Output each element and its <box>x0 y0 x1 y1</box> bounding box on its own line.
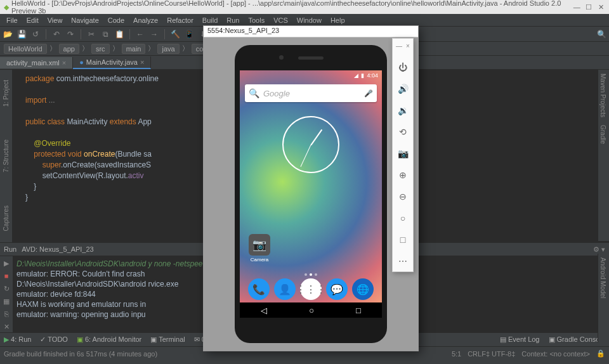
back-key[interactable]: ◁ <box>261 306 267 315</box>
tool-gradle[interactable]: Gradle <box>598 121 608 148</box>
circle-icon[interactable]: ○ <box>396 212 409 224</box>
camera-icon[interactable]: 📷 <box>396 147 409 160</box>
right-tool-gutter-2: Android Model <box>598 254 609 342</box>
apps-drawer-icon[interactable]: ⋮⋮⋮ <box>300 278 322 300</box>
emulator-toolbar: —× ⏻ 🔊 🔉 ⟲ 📷 ⊕ ⊖ ○ □ ⋯ <box>392 38 414 272</box>
crumb-main[interactable]: main <box>122 44 146 54</box>
browser-app-icon[interactable]: 🌐 <box>352 278 374 300</box>
menu-refactor[interactable]: Refactor <box>163 15 197 25</box>
tab-todo[interactable]: ✓ TODO <box>40 335 67 344</box>
forward-icon[interactable]: → <box>149 29 159 39</box>
mic-icon[interactable]: 🎤 <box>364 89 373 98</box>
search-icon[interactable]: 🔍 <box>596 29 606 39</box>
rerun-icon[interactable]: ▶ <box>2 259 11 268</box>
sync-icon[interactable]: ↺ <box>30 29 41 39</box>
tab-monitor[interactable]: ▣ 6: Android Monitor <box>77 335 141 344</box>
volume-down-icon[interactable]: 🔉 <box>396 104 409 117</box>
tab-eventlog[interactable]: ▤ Event Log <box>500 335 540 344</box>
stop-run-icon[interactable]: ■ <box>2 271 11 280</box>
paste-icon[interactable]: 📋 <box>114 29 124 39</box>
tab-run[interactable]: ▶ 4: Run <box>4 335 31 344</box>
avd-icon[interactable]: 📱 <box>184 29 194 39</box>
close-run-icon[interactable]: ✕ <box>2 322 11 331</box>
restart-icon[interactable]: ↻ <box>2 284 11 293</box>
menu-window[interactable]: Window <box>293 15 325 25</box>
front-camera-icon <box>279 55 284 60</box>
undo-icon[interactable]: ↶ <box>51 29 62 39</box>
cut-icon[interactable]: ✂ <box>86 29 96 39</box>
status-message: Gradle build finished in 6s 517ms (4 min… <box>4 350 157 358</box>
run-panel-label: Run <box>4 245 16 253</box>
menu-edit[interactable]: Edit <box>23 15 43 25</box>
tab-gradle-console[interactable]: ▣ Gradle Console <box>549 335 606 344</box>
device-frame: ◢ ▮ 4:04 🔍 Google 🎤 📷 Camera 📞 👤 <box>235 45 387 343</box>
tool-android-model[interactable]: Android Model <box>598 254 608 302</box>
tool-structure[interactable]: 7: Structure <box>1 136 11 176</box>
menu-vcs[interactable]: VCS <box>270 15 292 25</box>
emulator-title: 5554:Nexus_5_API_23 <box>204 26 418 37</box>
android-status-bar: ◢ ▮ 4:04 <box>240 70 382 81</box>
tool-project[interactable]: 1: Project <box>1 76 11 110</box>
home-key[interactable]: ○ <box>309 306 314 315</box>
device-screen[interactable]: ◢ ▮ 4:04 🔍 Google 🎤 📷 Camera 📞 👤 <box>240 70 382 318</box>
menu-build[interactable]: Build <box>199 15 221 25</box>
menu-analyze[interactable]: Analyze <box>129 15 162 25</box>
volume-up-icon[interactable]: 🔊 <box>396 82 409 95</box>
run-toolbar: ▶ ■ ↻ ▦ ⎘ ✕ <box>0 256 13 332</box>
zoom-in-icon[interactable]: ⊕ <box>396 169 409 181</box>
more-icon[interactable]: ⋯ <box>396 255 409 268</box>
tab-mainactivity[interactable]: ●MainActivity.java × <box>73 56 151 69</box>
menu-code[interactable]: Code <box>104 15 128 25</box>
redo-icon[interactable]: ↷ <box>65 29 75 39</box>
tab-activity-main[interactable]: activity_main.xml × <box>0 57 73 68</box>
menu-tools[interactable]: Tools <box>244 15 268 25</box>
tool-maven[interactable]: Maven Projects <box>598 70 608 121</box>
open-icon[interactable]: 📂 <box>3 29 13 39</box>
camera-app-icon: 📷 <box>249 234 270 256</box>
tab-terminal[interactable]: ▣ Terminal <box>150 335 185 344</box>
crumb-project[interactable]: HelloWorld <box>4 44 47 54</box>
minimize-icon[interactable]: — <box>573 3 580 11</box>
rotate-icon[interactable]: ⟲ <box>396 126 409 138</box>
gear-icon[interactable]: ⚙ ▾ <box>593 245 605 254</box>
power-icon[interactable]: ⏻ <box>396 61 409 74</box>
layout-icon[interactable]: ▦ <box>2 297 11 306</box>
menu-file[interactable]: File <box>3 15 22 25</box>
analog-clock-widget[interactable] <box>282 116 339 173</box>
close-tab-icon[interactable]: × <box>62 59 66 67</box>
copy-icon[interactable]: ⧉ <box>100 29 110 39</box>
phone-app-icon[interactable]: 📞 <box>248 278 270 300</box>
messages-app-icon[interactable]: 💬 <box>326 278 348 300</box>
recent-key[interactable]: □ <box>356 306 361 315</box>
emu-minimize-icon[interactable]: — <box>396 42 402 49</box>
zoom-out-icon[interactable]: ⊖ <box>396 190 409 203</box>
menu-navigate[interactable]: Navigate <box>67 15 102 25</box>
camera-app[interactable]: 📷 Camera <box>249 234 270 263</box>
crumb-java[interactable]: java <box>157 44 179 54</box>
menu-run[interactable]: Run <box>223 15 243 25</box>
signal-icon: ◢ <box>354 72 358 79</box>
build-icon[interactable]: 🔨 <box>170 29 180 39</box>
menu-view[interactable]: View <box>44 15 67 25</box>
window-titlebar: ◆ HelloWorld - [D:\DevProjs\AndroidProje… <box>0 0 609 14</box>
context-label: Context: <no context> <box>521 350 590 358</box>
menu-bar: File Edit View Navigate Code Analyze Ref… <box>0 14 609 27</box>
contacts-app-icon[interactable]: 👤 <box>274 278 296 300</box>
caret-position: 5:1 <box>452 350 461 358</box>
maximize-icon[interactable]: ☐ <box>586 3 593 11</box>
crumb-src[interactable]: src <box>91 44 110 54</box>
save-icon[interactable]: 💾 <box>16 29 27 39</box>
lock-icon[interactable]: 🔒 <box>596 349 605 358</box>
google-search-widget[interactable]: 🔍 Google 🎤 <box>245 84 377 102</box>
app-dock: 📞 👤 ⋮⋮⋮ 💬 🌐 <box>240 278 382 300</box>
pin-icon[interactable]: ⎘ <box>2 309 11 318</box>
emulator-window[interactable]: 5554:Nexus_5_API_23 ◢ ▮ 4:04 🔍 Google 🎤 … <box>203 25 419 351</box>
back-icon[interactable]: ← <box>135 29 145 39</box>
emu-close-icon[interactable]: × <box>406 42 410 49</box>
close-tab-icon[interactable]: × <box>140 58 144 66</box>
crumb-app[interactable]: app <box>59 44 79 54</box>
tool-captures[interactable]: Captures <box>1 202 11 235</box>
close-icon[interactable]: ✕ <box>598 3 605 11</box>
square-icon[interactable]: □ <box>396 233 409 246</box>
menu-help[interactable]: Help <box>327 15 349 25</box>
